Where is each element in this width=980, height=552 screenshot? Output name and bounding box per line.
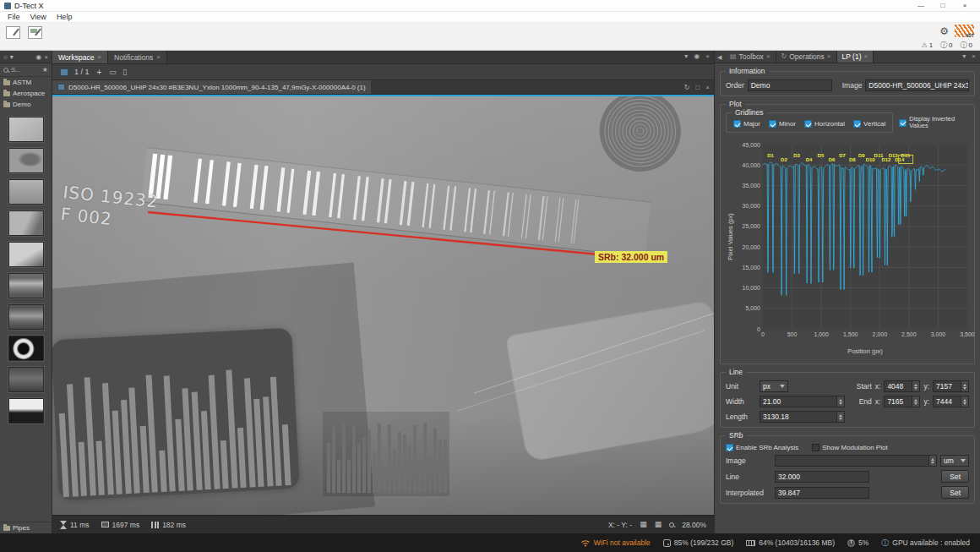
profile-chart[interactable]: 05,00010,00015,00020,00025,00030,00035,0… bbox=[726, 138, 969, 359]
menu-item-help[interactable]: Help bbox=[52, 13, 78, 21]
image-viewer[interactable]: ISO 19232 F 002 SRb: 32.000 um bbox=[52, 95, 714, 515]
tab-lp-1-[interactable]: LP (1)× bbox=[837, 51, 874, 63]
image-expand-icon[interactable]: □ bbox=[695, 84, 700, 91]
srb-interpolated-input[interactable]: 39.847 bbox=[775, 487, 869, 499]
thumbnail-2[interactable] bbox=[8, 148, 44, 173]
spinner[interactable] bbox=[961, 396, 969, 407]
order-input[interactable]: Demo bbox=[748, 79, 832, 91]
length-input[interactable]: 3130.18 bbox=[760, 411, 837, 423]
image-tab[interactable]: D5000-HR_500006_UHIP 24x30 #B3E3NU_Yxlon… bbox=[52, 80, 371, 94]
folder-item-aerospace[interactable]: Aerospace bbox=[0, 88, 52, 99]
zoom-level[interactable]: 28.00% bbox=[682, 521, 706, 529]
annotate-icon[interactable] bbox=[6, 26, 20, 39]
thumbnail-6[interactable] bbox=[8, 273, 44, 298]
checkbox-vertical[interactable]: Vertical bbox=[853, 120, 885, 128]
info-badge[interactable]: ⓘ 0 bbox=[940, 41, 952, 49]
srb-interpolated-set-button[interactable]: Set bbox=[941, 486, 969, 499]
minimize-button[interactable]: — bbox=[917, 2, 925, 9]
thumbnail-3[interactable] bbox=[8, 179, 44, 205]
tab-close-icon[interactable]: × bbox=[97, 54, 101, 61]
spinner[interactable] bbox=[837, 411, 845, 423]
menubar-items: FileViewHelp bbox=[3, 13, 77, 21]
checkbox-show-modulation-plot[interactable]: Show Modulation Plot bbox=[812, 444, 887, 451]
width-input[interactable]: 21.00 bbox=[760, 396, 837, 407]
unit-select[interactable]: px bbox=[760, 380, 788, 392]
tabbar-close-icon[interactable]: × bbox=[705, 52, 710, 60]
checkbox-major[interactable]: Major bbox=[733, 120, 760, 128]
star-icon[interactable]: ★ bbox=[42, 66, 48, 74]
tab-workspace[interactable]: Workspace× bbox=[52, 51, 108, 63]
pair-annotation: D1 bbox=[767, 153, 774, 158]
menu-item-view[interactable]: View bbox=[25, 13, 52, 21]
coil-rings bbox=[600, 96, 681, 172]
tabbar-caret-icon[interactable]: ▾ bbox=[684, 52, 688, 60]
start-y-input[interactable]: 7157 bbox=[933, 380, 961, 392]
image-close-icon[interactable]: × bbox=[705, 84, 710, 91]
tab-notifications[interactable]: Notifications× bbox=[108, 51, 167, 63]
thumbnail-1[interactable] bbox=[8, 117, 44, 142]
close-button[interactable]: × bbox=[961, 2, 969, 9]
spinner[interactable] bbox=[961, 380, 969, 392]
checkbox-box bbox=[853, 120, 861, 128]
folder-label: Pipes bbox=[13, 524, 30, 532]
maximize-button[interactable]: □ bbox=[939, 2, 947, 9]
checkbox-minor[interactable]: Minor bbox=[769, 120, 796, 128]
grid-view-icon-2[interactable]: ▦ bbox=[655, 521, 662, 528]
add-page-button[interactable]: + bbox=[95, 68, 104, 77]
checkbox-enable-srb-analysis[interactable]: Enable SRb Analysis bbox=[726, 444, 798, 451]
tab-close-icon[interactable]: × bbox=[766, 53, 770, 60]
folder-list: ASTMAerospaceDemo bbox=[0, 77, 52, 110]
cb-display-inverted bbox=[899, 119, 906, 127]
spinner[interactable] bbox=[912, 380, 920, 392]
messages-badge[interactable]: ⓘ 0 bbox=[961, 41, 972, 49]
thumbnail-7[interactable] bbox=[8, 304, 44, 330]
start-x-input[interactable]: 4048 bbox=[884, 380, 912, 392]
tab-close-icon[interactable]: × bbox=[827, 53, 831, 60]
panel-close-icon[interactable]: × bbox=[44, 53, 48, 61]
end-y-input[interactable]: 7444 bbox=[933, 396, 961, 407]
tab-close-icon[interactable]: × bbox=[156, 54, 161, 61]
tab-operations[interactable]: ↻Operations× bbox=[776, 51, 837, 63]
srb-line-set-button[interactable]: Set bbox=[941, 470, 969, 483]
thumbnail-8[interactable] bbox=[8, 336, 44, 361]
tabbar-pin-icon[interactable]: ◉ bbox=[694, 52, 700, 60]
thumbnail-9[interactable] bbox=[8, 367, 44, 392]
rp-close-icon[interactable]: × bbox=[972, 52, 976, 60]
pair-annotation: D6 bbox=[829, 157, 836, 162]
layout-portrait-icon[interactable]: ▯ bbox=[122, 68, 127, 76]
thumbnail-4[interactable] bbox=[8, 210, 44, 236]
thumbnail-5[interactable] bbox=[8, 242, 44, 267]
checkbox-display-inverted-values[interactable]: Display Inverted Values bbox=[899, 116, 969, 130]
layout-single-icon[interactable]: ▭ bbox=[109, 68, 117, 76]
circle-icon[interactable]: ○ bbox=[3, 53, 8, 61]
gpu-status: ⓘ GPU available : enabled bbox=[881, 538, 970, 547]
pair-annotation: D2 bbox=[781, 157, 787, 162]
checkbox-horizontal[interactable]: Horizontal bbox=[804, 120, 845, 128]
spinner[interactable] bbox=[929, 455, 937, 467]
chevron-down-icon[interactable]: ▾ bbox=[10, 53, 14, 61]
search-row[interactable]: S... ★ bbox=[0, 63, 52, 77]
search-input[interactable]: S... bbox=[11, 66, 21, 74]
edit-image-icon[interactable] bbox=[28, 26, 42, 39]
folder-item-demo[interactable]: Demo bbox=[0, 99, 52, 110]
srb-line-input[interactable]: 32.000 bbox=[775, 471, 869, 483]
warnings-badge[interactable]: ⚠ 1 bbox=[921, 41, 933, 49]
image-name-input[interactable]: D5000-HR_500006_UHIP 24x30 #B bbox=[865, 79, 969, 91]
end-x-input[interactable]: 7165 bbox=[884, 396, 912, 407]
menu-item-file[interactable]: File bbox=[3, 13, 25, 21]
settings-gear-icon[interactable]: ⚙ bbox=[939, 26, 949, 36]
image-reload-icon[interactable]: ↻ bbox=[684, 84, 690, 91]
rp-caret-icon[interactable]: ▾ bbox=[962, 52, 966, 60]
srb-unit-select[interactable]: um bbox=[940, 455, 969, 467]
tab-scroll-left-icon[interactable]: ◀ bbox=[717, 54, 721, 61]
spinner[interactable] bbox=[912, 396, 920, 407]
folder-item-pipes[interactable]: Pipes bbox=[0, 522, 52, 533]
grid-view-icon[interactable]: ▦ bbox=[640, 521, 647, 528]
tab-close-icon[interactable]: × bbox=[864, 53, 868, 60]
srb-image-input[interactable] bbox=[775, 455, 929, 467]
pin-icon[interactable]: ◉ bbox=[35, 53, 41, 61]
thumbnail-10[interactable] bbox=[8, 398, 44, 424]
spinner[interactable] bbox=[837, 396, 845, 407]
folder-item-astm[interactable]: ASTM bbox=[0, 77, 52, 88]
tab-toolbox[interactable]: ▤Toolbox× bbox=[725, 51, 776, 63]
